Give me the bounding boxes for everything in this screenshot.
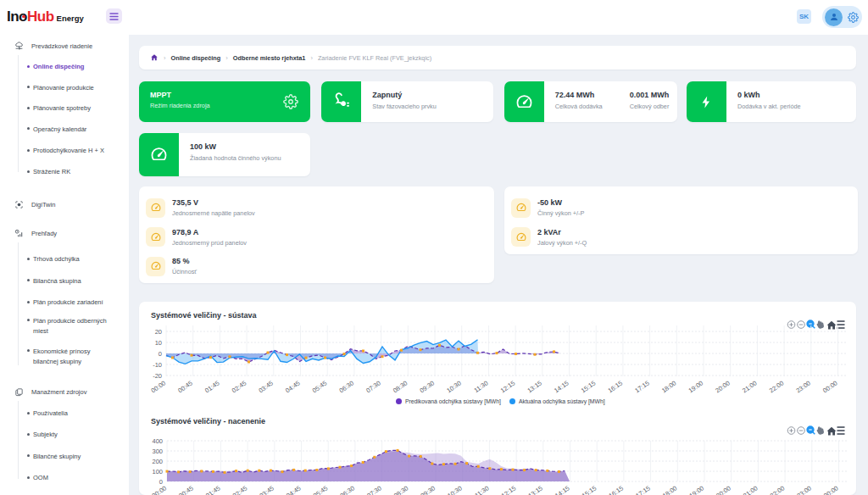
svg-text:-20: -20 <box>153 372 162 380</box>
svg-text:00:00: 00:00 <box>822 484 840 495</box>
svg-text:0: 0 <box>159 478 163 486</box>
svg-text:19:00: 19:00 <box>688 484 706 495</box>
svg-text:04:45: 04:45 <box>285 484 303 495</box>
svg-text:17:15: 17:15 <box>633 379 651 394</box>
svg-text:18:00: 18:00 <box>660 379 678 394</box>
svg-text:00:45: 00:45 <box>177 484 195 495</box>
svg-text:0: 0 <box>159 350 162 358</box>
svg-text:00:00: 00:00 <box>151 484 169 495</box>
svg-text:09:30: 09:30 <box>419 379 437 394</box>
svg-text:13:15: 13:15 <box>526 484 544 495</box>
svg-text:21:00: 21:00 <box>742 484 760 495</box>
svg-text:02:45: 02:45 <box>231 379 248 394</box>
svg-text:03:45: 03:45 <box>258 484 275 495</box>
svg-text:300: 300 <box>152 448 163 455</box>
svg-text:10:30: 10:30 <box>446 484 464 495</box>
svg-text:00:00: 00:00 <box>150 379 168 394</box>
svg-text:22:00: 22:00 <box>769 484 787 495</box>
svg-text:20: 20 <box>155 328 162 336</box>
svg-text:23:00: 23:00 <box>795 484 813 495</box>
svg-text:02:45: 02:45 <box>231 484 249 495</box>
svg-text:12:15: 12:15 <box>500 484 518 495</box>
svg-text:05:45: 05:45 <box>311 379 329 394</box>
svg-text:14:15: 14:15 <box>554 484 571 495</box>
svg-text:400: 400 <box>152 437 163 445</box>
svg-text:15:15: 15:15 <box>581 484 598 495</box>
svg-text:14:15: 14:15 <box>553 379 570 394</box>
svg-text:08:30: 08:30 <box>392 484 410 495</box>
svg-text:20:00: 20:00 <box>715 484 732 495</box>
svg-text:21:00: 21:00 <box>741 379 759 394</box>
svg-text:12:15: 12:15 <box>499 379 517 394</box>
svg-text:04:45: 04:45 <box>284 379 302 394</box>
svg-text:11:30: 11:30 <box>473 484 490 495</box>
svg-text:05:45: 05:45 <box>312 484 330 495</box>
svg-text:17:15: 17:15 <box>634 484 652 495</box>
svg-text:06:30: 06:30 <box>339 484 357 495</box>
svg-text:100: 100 <box>152 468 163 476</box>
svg-text:01:45: 01:45 <box>204 484 222 495</box>
svg-text:22:00: 22:00 <box>768 379 786 394</box>
svg-text:16:15: 16:15 <box>607 379 625 394</box>
svg-text:00:45: 00:45 <box>176 379 194 394</box>
svg-text:20:00: 20:00 <box>714 379 732 394</box>
svg-text:09:30: 09:30 <box>420 484 437 495</box>
svg-text:23:00: 23:00 <box>794 379 812 394</box>
svg-text:10:30: 10:30 <box>445 379 463 394</box>
svg-text:00:00: 00:00 <box>821 379 839 394</box>
svg-text:13:15: 13:15 <box>526 379 543 394</box>
svg-text:15:15: 15:15 <box>580 379 598 394</box>
svg-text:07:30: 07:30 <box>365 484 383 495</box>
svg-text:-10: -10 <box>153 361 162 369</box>
svg-text:19:00: 19:00 <box>687 379 705 394</box>
svg-text:08:30: 08:30 <box>392 379 409 394</box>
svg-text:01:45: 01:45 <box>203 379 221 394</box>
svg-text:06:30: 06:30 <box>338 379 356 394</box>
svg-text:07:30: 07:30 <box>364 379 382 394</box>
svg-text:16:15: 16:15 <box>608 484 626 495</box>
svg-text:10: 10 <box>155 339 162 347</box>
svg-text:03:45: 03:45 <box>257 379 275 394</box>
svg-text:18:00: 18:00 <box>661 484 679 495</box>
svg-text:11:30: 11:30 <box>472 379 489 394</box>
svg-text:200: 200 <box>152 458 163 465</box>
